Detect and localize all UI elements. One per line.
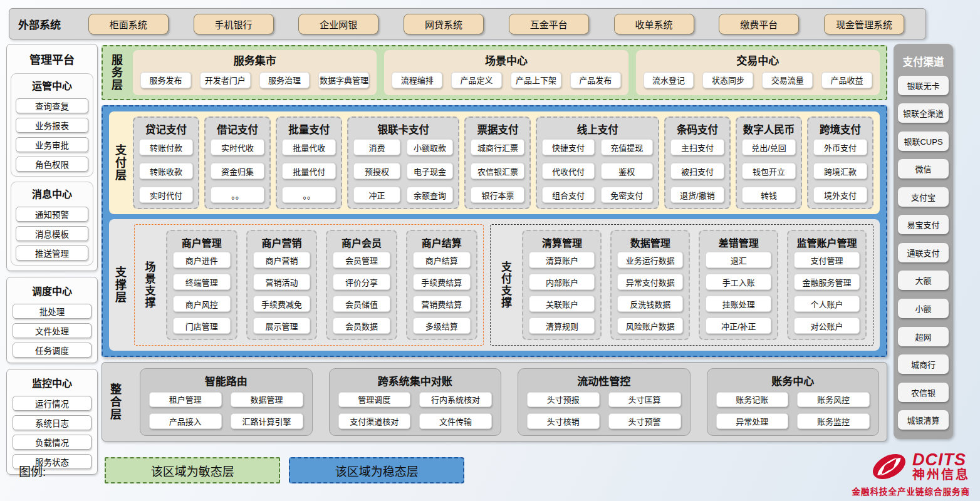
support-item-button[interactable]: 业务运行数据 xyxy=(617,252,683,268)
management-item-button[interactable]: 消息模板 xyxy=(16,226,88,241)
payment-channel-button[interactable]: 城商行 xyxy=(898,354,949,374)
management-item-button[interactable]: 批处理 xyxy=(13,304,91,319)
integration-item-button[interactable]: 头寸预警 xyxy=(608,413,681,429)
support-item-button[interactable]: 营销活动 xyxy=(253,274,311,290)
payment-item-button[interactable]: 被扫支付 xyxy=(670,163,724,179)
management-item-button[interactable]: 系统日志 xyxy=(13,415,91,430)
external-system-button[interactable]: 现金管理系统 xyxy=(824,14,904,34)
payment-item-button[interactable]: 转钱 xyxy=(742,187,796,203)
management-item-button[interactable]: 推送管理 xyxy=(16,245,88,261)
payment-channel-button[interactable]: 微信 xyxy=(898,159,949,178)
support-item-button[interactable]: 终端管理 xyxy=(173,274,231,290)
payment-item-button[interactable]: 代收代付 xyxy=(542,163,594,179)
support-item-button[interactable]: 会员储值 xyxy=(333,296,390,312)
payment-item-button[interactable]: 余额查询 xyxy=(407,187,454,203)
payment-item-button[interactable]: 资金归集 xyxy=(211,163,264,179)
integration-item-button[interactable]: 文件传输 xyxy=(419,413,492,429)
support-item-button[interactable]: 多级结算 xyxy=(413,318,471,334)
integration-item-button[interactable]: 账务监控 xyxy=(797,413,870,429)
payment-item-button[interactable]: 农信银汇票 xyxy=(471,163,524,179)
payment-item-button[interactable]: 跨境汇款 xyxy=(813,163,867,179)
support-item-button[interactable]: 关联账户 xyxy=(529,296,595,312)
support-item-button[interactable]: 商户结算 xyxy=(413,252,471,268)
support-item-button[interactable]: 会员管理 xyxy=(333,252,390,268)
service-item-button[interactable]: 开发者门户 xyxy=(200,72,251,88)
payment-channel-button[interactable]: 超网 xyxy=(898,327,949,346)
support-item-button[interactable]: 金融服务管理 xyxy=(794,274,860,290)
payment-item-button[interactable]: 冲正 xyxy=(353,187,400,203)
payment-item-button[interactable]: 境外支付 xyxy=(813,187,867,203)
service-item-button[interactable]: 流程编排 xyxy=(392,72,442,88)
management-item-button[interactable]: 负载情况 xyxy=(13,435,91,450)
integration-item-button[interactable]: 租户管理 xyxy=(149,392,222,408)
service-item-button[interactable]: 服务发布 xyxy=(140,72,191,88)
payment-item-button[interactable]: 主扫支付 xyxy=(670,139,724,155)
integration-item-button[interactable]: 头寸预报 xyxy=(527,392,600,408)
support-item-button[interactable]: 对公账户 xyxy=(794,318,860,334)
payment-channel-button[interactable]: 银联CUPS xyxy=(898,132,949,151)
support-item-button[interactable]: 内部账户 xyxy=(529,274,595,290)
support-item-button[interactable]: 挂账处理 xyxy=(706,296,771,312)
service-item-button[interactable]: 产品收益 xyxy=(821,72,872,88)
payment-item-button[interactable]: 实时代付 xyxy=(139,187,193,203)
payment-channel-button[interactable]: 易宝支付 xyxy=(898,215,949,234)
support-item-button[interactable]: 退汇 xyxy=(706,252,771,268)
integration-item-button[interactable]: 产品接入 xyxy=(149,413,222,429)
payment-item-button[interactable]: 转账付款 xyxy=(139,139,193,155)
payment-item-button[interactable]: 充值提现 xyxy=(601,139,653,155)
management-item-button[interactable]: 任务调度 xyxy=(13,343,91,358)
service-item-button[interactable]: 数据字典管理 xyxy=(318,72,369,88)
service-item-button[interactable]: 产品发布 xyxy=(570,72,621,88)
payment-item-button[interactable]: 钱包开立 xyxy=(742,163,796,179)
payment-channel-button[interactable]: 城银清算 xyxy=(898,410,949,430)
payment-item-button[interactable]: 电子现金 xyxy=(407,163,454,179)
payment-item-button[interactable]: 银行本票 xyxy=(471,187,524,203)
payment-item-button[interactable]: 。。 xyxy=(282,187,336,203)
support-item-button[interactable]: 商户风控 xyxy=(173,296,231,312)
support-item-button[interactable]: 展示管理 xyxy=(253,318,311,334)
payment-channel-button[interactable]: 通联支付 xyxy=(898,243,949,262)
management-item-button[interactable]: 运行情况 xyxy=(13,396,91,411)
external-system-button[interactable]: 收单系统 xyxy=(614,14,694,34)
external-system-button[interactable]: 网贷系统 xyxy=(404,14,484,34)
support-item-button[interactable]: 手工入账 xyxy=(706,274,771,290)
integration-item-button[interactable]: 行内系统核对 xyxy=(419,392,492,408)
external-system-button[interactable]: 柜面系统 xyxy=(88,14,169,34)
payment-item-button[interactable]: 组合支付 xyxy=(542,187,594,203)
support-item-button[interactable]: 门店管理 xyxy=(173,318,231,334)
external-system-button[interactable]: 互金平台 xyxy=(509,14,589,34)
payment-item-button[interactable]: 。。 xyxy=(211,187,264,203)
external-system-button[interactable]: 缴费平台 xyxy=(719,14,799,34)
payment-channel-button[interactable]: 银联无卡 xyxy=(898,76,949,95)
support-item-button[interactable]: 反洗钱数据 xyxy=(617,296,683,312)
payment-item-button[interactable]: 转账收款 xyxy=(139,163,193,179)
payment-channel-button[interactable]: 农信银 xyxy=(898,383,949,402)
external-system-button[interactable]: 手机银行 xyxy=(194,14,274,34)
payment-channel-button[interactable]: 小额 xyxy=(898,299,949,318)
payment-item-button[interactable]: 城商行汇票 xyxy=(471,139,524,155)
integration-item-button[interactable]: 数据管理 xyxy=(231,392,303,408)
service-item-button[interactable]: 状态同步 xyxy=(702,72,753,88)
integration-item-button[interactable]: 管理调度 xyxy=(338,392,411,408)
support-item-button[interactable]: 清算规则 xyxy=(529,318,595,334)
payment-item-button[interactable]: 鉴权 xyxy=(601,163,653,179)
service-item-button[interactable]: 服务治理 xyxy=(259,72,310,88)
support-item-button[interactable]: 手续费减免 xyxy=(253,296,311,312)
integration-item-button[interactable]: 账务风控 xyxy=(797,392,870,408)
support-item-button[interactable]: 冲正/补正 xyxy=(706,318,771,334)
service-item-button[interactable]: 交易流量 xyxy=(762,72,813,88)
integration-item-button[interactable]: 支付渠道核对 xyxy=(338,413,411,429)
support-item-button[interactable]: 清算账户 xyxy=(529,252,595,268)
support-item-button[interactable]: 会员数据 xyxy=(333,318,390,334)
payment-item-button[interactable]: 批量代收 xyxy=(282,139,336,155)
support-item-button[interactable]: 营销费结算 xyxy=(413,296,471,312)
support-item-button[interactable]: 商户营销 xyxy=(253,252,311,268)
management-item-button[interactable]: 业务审批 xyxy=(16,137,88,152)
integration-item-button[interactable]: 头寸核销 xyxy=(527,413,600,429)
payment-item-button[interactable]: 兑出/兑回 xyxy=(742,139,796,155)
payment-item-button[interactable]: 实时代收 xyxy=(211,139,264,155)
integration-item-button[interactable]: 异常处理 xyxy=(716,413,789,429)
service-item-button[interactable]: 产品上下架 xyxy=(511,72,561,88)
support-item-button[interactable]: 风险账户数据 xyxy=(617,318,683,334)
service-item-button[interactable]: 流水登记 xyxy=(644,72,694,88)
